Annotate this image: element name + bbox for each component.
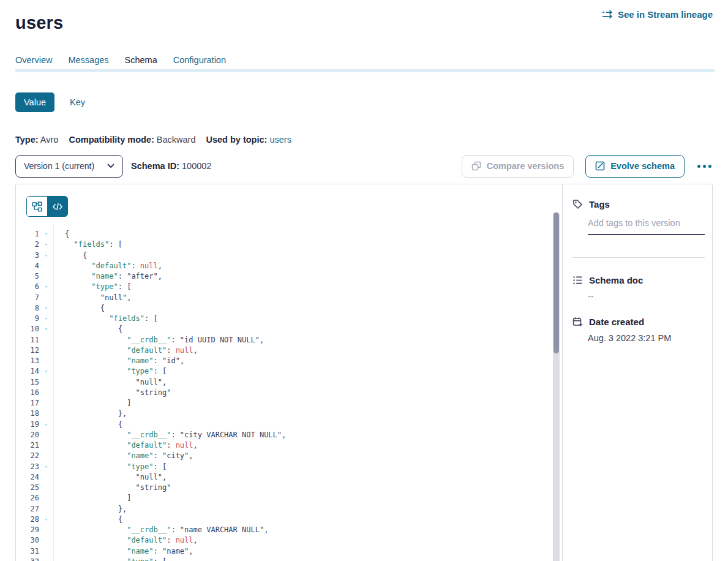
calendar-plus-icon [572, 317, 583, 327]
schema-doc-value: -- [588, 292, 594, 301]
fold-spacer [39, 377, 53, 388]
fold-spacer [39, 409, 53, 419]
line-number: 9 [16, 314, 39, 324]
line-number: 3 [16, 250, 39, 261]
fold-arrow-icon[interactable]: ▾ [39, 282, 53, 292]
code-line: 23▾ "type": [ [16, 462, 552, 472]
stream-lineage-link[interactable]: See in Stream lineage [602, 9, 713, 20]
fold-arrow-icon[interactable]: ▾ [39, 303, 53, 314]
code-line: 25 "string" [16, 483, 552, 493]
line-number: 13 [16, 356, 39, 366]
compatibility-value: Backward [157, 135, 196, 145]
version-bar: Version 1 (current) Schema ID: 100002 Co… [15, 154, 713, 178]
code-line: 9▾ "fields": [ [16, 314, 552, 324]
schema-page: users See in Stream lineage OverviewMess… [0, 0, 728, 561]
line-number: 26 [16, 493, 39, 503]
line-number: 6 [16, 282, 39, 292]
version-select[interactable]: Version 1 (current) [15, 155, 123, 178]
code-text: { [53, 420, 122, 430]
tree-icon [32, 201, 42, 212]
fold-spacer [39, 335, 53, 345]
evolve-schema-label: Evolve schema [610, 161, 675, 171]
fold-arrow-icon[interactable]: ▾ [39, 314, 53, 324]
code-text: "string" [53, 388, 171, 398]
fold-arrow-icon[interactable]: ▾ [39, 514, 53, 525]
schema-id-label: Schema ID: [131, 161, 179, 171]
code-line: 21 "default": null, [16, 440, 552, 451]
tags-heading: Tags [589, 199, 610, 209]
code-text: "null", [53, 377, 167, 388]
code-text: "type": [ [53, 366, 167, 377]
schema-doc-section-header: Schema doc [572, 275, 643, 285]
code-text: "name": "after", [53, 271, 162, 282]
fold-arrow-icon[interactable]: ▾ [39, 324, 53, 334]
fold-arrow-icon[interactable]: ▾ [39, 239, 53, 250]
editor-view-toggle [26, 196, 68, 217]
used-by-topic-label: Used by topic: [206, 135, 267, 145]
code-text: { [53, 303, 105, 314]
code-line: 7 "null", [16, 293, 552, 303]
code-text: "default": null, [53, 261, 162, 271]
fold-spacer [39, 345, 53, 356]
code-text: "type": [ [53, 462, 167, 472]
code-line: 20 "__crdb__": "city VARCHAR NOT NULL", [16, 430, 552, 440]
schema-panel: 1▾{2▾ "fields": [3▾ {4 "default": null,5… [15, 184, 713, 561]
fold-spacer [39, 398, 53, 409]
fold-arrow-icon[interactable]: ▾ [39, 557, 53, 561]
fold-arrow-icon[interactable]: ▾ [39, 366, 53, 377]
line-number: 12 [16, 345, 39, 356]
line-number: 25 [16, 483, 39, 493]
fold-spacer [39, 504, 53, 514]
value-toggle-button[interactable]: Value [15, 92, 54, 112]
compare-versions-label: Compare versions [487, 161, 565, 171]
fold-spacer [39, 388, 53, 398]
line-number: 5 [16, 271, 39, 282]
edit-icon [595, 161, 605, 171]
code-text: "type": [ [53, 557, 167, 561]
code-line: 16 "string" [16, 388, 552, 398]
schema-code-editor[interactable]: 1▾{2▾ "fields": [3▾ {4 "default": null,5… [16, 229, 552, 561]
fold-arrow-icon[interactable]: ▾ [39, 420, 53, 430]
line-number: 4 [16, 261, 39, 271]
code-text: "string" [53, 483, 171, 493]
code-text: "null", [53, 472, 167, 483]
code-text: "default": null, [53, 535, 198, 546]
code-line: 6▾ "type": [ [16, 282, 552, 292]
line-number: 28 [16, 514, 39, 525]
code-text: "type": [ [53, 282, 131, 292]
editor-scrollbar[interactable] [553, 212, 560, 561]
tags-input[interactable] [588, 218, 705, 235]
code-text: { [53, 229, 69, 239]
line-number: 17 [16, 398, 39, 409]
schema-meta-row: Type: Avro Compatibility mode: Backward … [15, 135, 291, 145]
fold-arrow-icon[interactable]: ▾ [39, 462, 53, 472]
topic-link[interactable]: users [269, 135, 291, 145]
code-line: 30 "default": null, [16, 535, 552, 546]
chevron-down-icon [107, 164, 114, 168]
code-view-button[interactable] [47, 197, 67, 216]
line-number: 29 [16, 525, 39, 535]
more-options-button[interactable] [696, 161, 713, 171]
ellipsis-dot [708, 165, 711, 168]
code-text: ] [53, 398, 131, 409]
line-number: 2 [16, 239, 39, 250]
code-line: 1▾{ [16, 229, 552, 239]
code-line: 28▾ { [16, 514, 552, 525]
date-created-value: Aug. 3 2022 3:21 PM [588, 333, 671, 343]
key-toggle-button[interactable]: Key [70, 97, 85, 107]
code-line: 10▾ { [16, 324, 552, 334]
fold-spacer [39, 451, 53, 461]
code-line: 5 "name": "after", [16, 271, 552, 282]
line-number: 31 [16, 546, 39, 557]
fold-arrow-icon[interactable]: ▾ [39, 250, 53, 261]
fold-arrow-icon[interactable]: ▾ [39, 229, 53, 239]
tree-view-button[interactable] [27, 197, 47, 216]
code-line: 29 "__crdb__": "name VARCHAR NULL", [16, 525, 552, 535]
line-number: 30 [16, 535, 39, 546]
line-number: 20 [16, 430, 39, 440]
scrollbar-thumb[interactable] [554, 213, 559, 353]
line-number: 23 [16, 462, 39, 472]
evolve-schema-button[interactable]: Evolve schema [585, 155, 685, 178]
code-line: 15 "null", [16, 377, 552, 388]
line-number: 18 [16, 409, 39, 419]
